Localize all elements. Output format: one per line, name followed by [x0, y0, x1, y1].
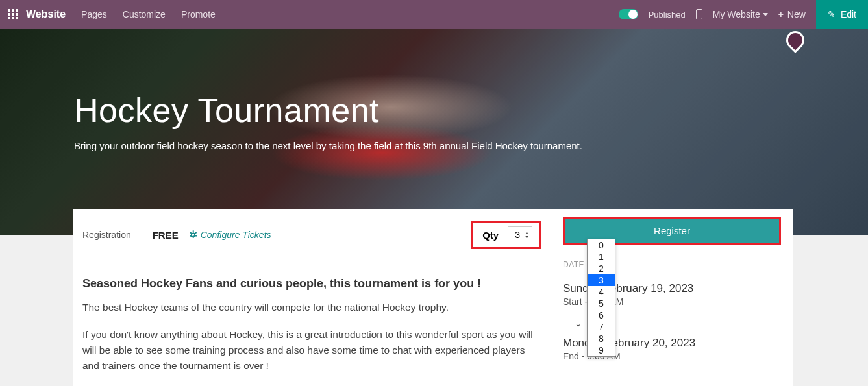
qty-option-7[interactable]: 7 — [588, 321, 615, 333]
event-content: Registration FREE Configure Tickets Qty … — [73, 209, 793, 386]
body-p2: If you don't know anything about Hockey,… — [82, 327, 541, 374]
qty-option-2[interactable]: 2 — [588, 263, 615, 274]
qty-dropdown: 0 1 2 3 4 5 6 7 8 9 — [587, 239, 615, 357]
price-label: FREE — [153, 230, 179, 241]
brand-label[interactable]: Website — [26, 8, 66, 20]
main-column: Registration FREE Configure Tickets Qty … — [73, 209, 554, 386]
event-body: Seasoned Hockey Fans and curious people,… — [82, 275, 541, 386]
edit-label: Edit — [841, 9, 856, 19]
nav-customize[interactable]: Customize — [123, 9, 166, 19]
apps-icon[interactable] — [8, 9, 18, 19]
stepper-arrows-icon: ▲▼ — [525, 230, 529, 239]
qty-option-1[interactable]: 1 — [588, 251, 615, 263]
nav-pages[interactable]: Pages — [81, 9, 107, 19]
hero-banner: Hockey Tournament Bring your outdoor fie… — [0, 29, 868, 235]
qty-option-3[interactable]: 3 — [588, 274, 615, 286]
new-label: New — [787, 9, 806, 19]
qty-block: Qty 3 ▲▼ — [471, 221, 541, 249]
nav-promote[interactable]: Promote — [181, 9, 216, 19]
qty-select[interactable]: 3 ▲▼ — [508, 226, 532, 243]
top-navbar: Website Pages Customize Promote Publishe… — [0, 0, 868, 29]
caret-down-icon — [763, 13, 768, 16]
published-toggle[interactable] — [619, 9, 638, 19]
body-p1: The best Hockey teams of the country wil… — [82, 300, 541, 315]
nav-links: Pages Customize Promote — [81, 9, 216, 19]
separator — [142, 228, 142, 241]
registration-label: Registration — [82, 230, 131, 240]
registration-row: Registration FREE Configure Tickets Qty … — [82, 221, 541, 249]
qty-option-4[interactable]: 4 — [588, 286, 615, 298]
qty-option-5[interactable]: 5 — [588, 298, 615, 309]
qty-label: Qty — [482, 230, 499, 241]
qty-option-9[interactable]: 9 — [588, 344, 615, 356]
qty-option-6[interactable]: 6 — [588, 309, 615, 321]
configure-tickets-link[interactable]: Configure Tickets — [189, 230, 271, 240]
configure-label: Configure Tickets — [201, 230, 271, 240]
new-button[interactable]: + New — [778, 9, 806, 19]
mobile-preview-icon[interactable] — [696, 9, 702, 19]
edit-button[interactable]: ✎ Edit — [816, 0, 868, 29]
topbar-right: Published My Website + New ✎ Edit — [619, 0, 860, 29]
body-heading: Seasoned Hockey Fans and curious people,… — [82, 275, 541, 293]
published-label: Published — [649, 10, 686, 19]
my-website-dropdown[interactable]: My Website — [713, 9, 768, 19]
event-subtitle: Bring your outdoor field hockey season t… — [74, 140, 582, 151]
my-website-label: My Website — [713, 9, 760, 19]
gear-icon — [189, 231, 197, 239]
qty-option-8[interactable]: 8 — [588, 333, 615, 344]
qty-value: 3 — [515, 230, 520, 240]
pencil-icon: ✎ — [828, 9, 836, 19]
event-title: Hockey Tournament — [74, 91, 582, 130]
qty-option-0[interactable]: 0 — [588, 239, 615, 251]
plus-icon: + — [778, 9, 784, 19]
